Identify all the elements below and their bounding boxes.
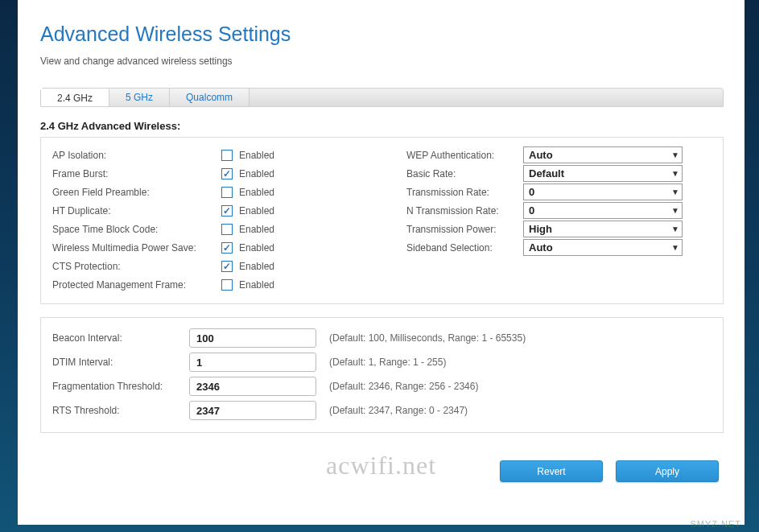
setting-hint: (Default: 1, Range: 1 - 255): [329, 357, 446, 368]
tab-24ghz[interactable]: 2.4 GHz: [41, 89, 109, 106]
enabled-label: Enabled: [239, 205, 274, 217]
chevron-down-icon: ▼: [671, 188, 679, 196]
setting-label: DTIM Interval:: [52, 357, 189, 368]
checkbox-row: Green Field Preamble:Enabled: [52, 183, 398, 201]
numeric-input[interactable]: 1: [189, 353, 316, 372]
numeric-input[interactable]: 2347: [189, 401, 316, 420]
section-title: 2.4 GHz Advanced Wireless:: [40, 120, 724, 132]
bottom-watermark: SMYZ.NET: [690, 519, 741, 529]
chevron-down-icon: ▼: [671, 206, 679, 215]
chevron-down-icon: ▼: [671, 151, 679, 159]
checkbox[interactable]: [221, 261, 233, 272]
setting-label: Transmission Rate:: [406, 187, 523, 198]
checkbox-row: Space Time Block Code:Enabled: [52, 220, 398, 238]
select-dropdown[interactable]: 0▼: [523, 184, 683, 200]
select-row: Sideband Selection:Auto▼: [406, 238, 712, 257]
select-row: Transmission Rate:0▼: [406, 183, 712, 201]
select-value: High: [529, 223, 552, 235]
setting-label: Green Field Preamble:: [52, 187, 221, 198]
setting-label: Fragmentation Threshold:: [52, 381, 189, 392]
select-value: Default: [529, 167, 564, 179]
setting-label: RTS Threshold:: [52, 405, 189, 416]
numeric-input[interactable]: 100: [189, 328, 316, 348]
setting-label: N Transmission Rate:: [406, 205, 523, 217]
setting-label: Sideband Selection:: [406, 242, 523, 254]
select-value: Auto: [529, 149, 553, 161]
settings-panel: AP Isolation:EnabledFrame Burst:EnabledG…: [40, 137, 724, 304]
revert-button[interactable]: Revert: [500, 460, 603, 482]
numeric-panel: Beacon Interval:100(Default: 100, Millis…: [40, 317, 724, 433]
numeric-row: Beacon Interval:100(Default: 100, Millis…: [52, 326, 712, 350]
chevron-down-icon: ▼: [671, 169, 679, 178]
apply-button[interactable]: Apply: [616, 460, 719, 482]
checkbox[interactable]: [221, 279, 233, 291]
setting-hint: (Default: 100, Milliseconds, Range: 1 - …: [329, 332, 526, 344]
enabled-label: Enabled: [239, 242, 274, 254]
select-dropdown[interactable]: Default▼: [523, 165, 683, 182]
select-row: N Transmission Rate:0▼: [406, 201, 712, 220]
checkbox-row: AP Isolation:Enabled: [52, 146, 398, 164]
setting-label: Beacon Interval:: [52, 332, 189, 344]
setting-label: AP Isolation:: [52, 150, 221, 161]
numeric-row: Fragmentation Threshold:2346(Default: 23…: [52, 374, 712, 398]
enabled-label: Enabled: [239, 224, 274, 235]
numeric-row: DTIM Interval:1(Default: 1, Range: 1 - 2…: [52, 350, 712, 374]
setting-label: WEP Authentication:: [406, 150, 523, 161]
enabled-label: Enabled: [239, 150, 274, 161]
checkbox[interactable]: [221, 150, 233, 161]
select-dropdown[interactable]: High▼: [523, 221, 683, 237]
enabled-label: Enabled: [239, 279, 274, 291]
select-value: 0: [529, 204, 534, 217]
setting-label: HT Duplicate:: [52, 205, 221, 217]
select-value: 0: [529, 186, 534, 198]
page-title: Advanced Wireless Settings: [40, 23, 724, 46]
setting-hint: (Default: 2346, Range: 256 - 2346): [329, 381, 478, 392]
checkbox-row: Frame Burst:Enabled: [52, 164, 398, 183]
enabled-label: Enabled: [239, 261, 274, 272]
numeric-input[interactable]: 2346: [189, 377, 316, 396]
tab-bar: 2.4 GHz 5 GHz Qualcomm: [40, 88, 724, 107]
setting-label: Frame Burst:: [52, 168, 221, 179]
enabled-label: Enabled: [239, 187, 274, 198]
checkbox[interactable]: [221, 205, 233, 217]
page-subtitle: View and change advanced wireless settin…: [40, 56, 724, 67]
checkbox-row: CTS Protection:Enabled: [52, 257, 398, 275]
select-value: Auto: [529, 241, 553, 254]
enabled-label: Enabled: [239, 168, 274, 179]
select-dropdown[interactable]: Auto▼: [523, 146, 683, 163]
select-dropdown[interactable]: 0▼: [523, 202, 683, 219]
checkbox[interactable]: [221, 224, 233, 235]
setting-label: Wireless Multimedia Power Save:: [52, 242, 221, 254]
setting-label: Transmission Power:: [406, 224, 523, 235]
select-row: WEP Authentication:Auto▼: [406, 146, 712, 164]
checkbox[interactable]: [221, 168, 233, 179]
select-row: Basic Rate:Default▼: [406, 164, 712, 183]
select-row: Transmission Power:High▼: [406, 220, 712, 238]
setting-hint: (Default: 2347, Range: 0 - 2347): [329, 405, 468, 416]
checkbox-row: Wireless Multimedia Power Save:Enabled: [52, 238, 398, 257]
checkbox[interactable]: [221, 242, 233, 254]
setting-label: CTS Protection:: [52, 261, 221, 272]
tab-qualcomm[interactable]: Qualcomm: [170, 89, 250, 106]
setting-label: Space Time Block Code:: [52, 224, 221, 235]
select-dropdown[interactable]: Auto▼: [523, 239, 683, 256]
checkbox-row: Protected Management Frame:Enabled: [52, 275, 398, 294]
setting-label: Basic Rate:: [406, 168, 523, 179]
numeric-row: RTS Threshold:2347(Default: 2347, Range:…: [52, 398, 712, 423]
chevron-down-icon: ▼: [671, 225, 679, 233]
tab-5ghz[interactable]: 5 GHz: [109, 89, 170, 106]
checkbox-row: HT Duplicate:Enabled: [52, 201, 398, 220]
checkbox[interactable]: [221, 187, 233, 198]
chevron-down-icon: ▼: [671, 243, 679, 252]
setting-label: Protected Management Frame:: [52, 279, 221, 291]
